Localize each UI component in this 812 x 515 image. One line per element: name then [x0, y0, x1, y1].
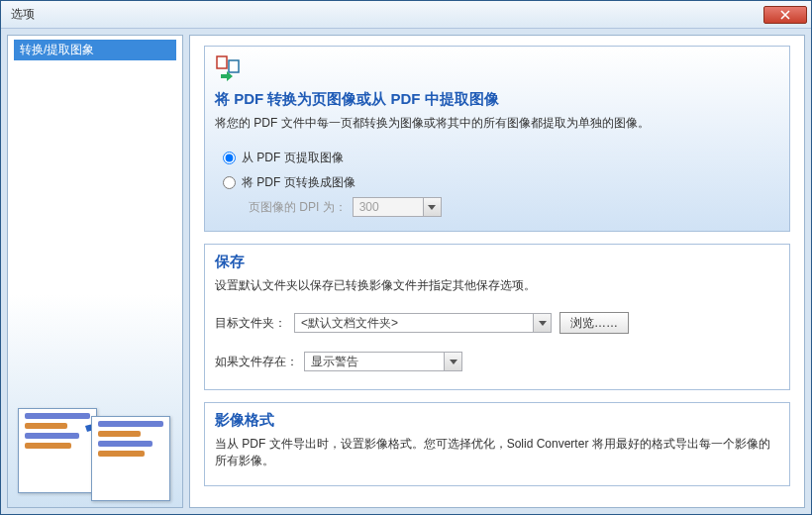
close-icon	[780, 10, 790, 20]
section3-desc: 当从 PDF 文件导出时，设置影像格式。您可选择优化，Solid Convert…	[215, 436, 779, 469]
section-save: 保存 设置默认文件夹以保存已转换影像文件并指定其他保存选项。 目标文件夹： <默…	[204, 244, 790, 390]
radio-row-convert[interactable]: 将 PDF 页转换成图像	[215, 170, 779, 195]
file-exists-dropdown[interactable]: 显示警告	[304, 352, 462, 371]
window-title: 选项	[5, 6, 763, 23]
sidebar-item-label: 转换/提取图象	[20, 43, 94, 56]
section1-title: 将 PDF 转换为页图像或从 PDF 中提取图像	[215, 90, 779, 109]
titlebar: 选项	[1, 1, 811, 29]
radio-row-extract[interactable]: 从 PDF 页提取图像	[215, 146, 779, 170]
section2-desc: 设置默认文件夹以保存已转换影像文件并指定其他保存选项。	[215, 277, 779, 294]
target-folder-value: <默认文档文件夹>	[295, 315, 533, 332]
target-folder-row: 目标文件夹： <默认文档文件夹> 浏览……	[215, 306, 779, 340]
dpi-row: 页图像的 DPI 为： 300	[215, 195, 779, 221]
file-exists-row: 如果文件存在： 显示警告	[215, 346, 779, 377]
dpi-label: 页图像的 DPI 为：	[249, 199, 347, 216]
browse-button-label: 浏览……	[570, 315, 618, 332]
convert-icon	[215, 54, 243, 82]
section-image-format: 影像格式 当从 PDF 文件导出时，设置影像格式。您可选择优化，Solid Co…	[204, 402, 790, 486]
svg-rect-1	[229, 60, 239, 72]
close-button[interactable]	[763, 6, 807, 24]
radio-extract[interactable]	[223, 152, 236, 164]
sidebar-item-convert-extract[interactable]: 转换/提取图象	[14, 40, 176, 60]
chevron-down-icon	[423, 198, 441, 216]
file-exists-label: 如果文件存在：	[215, 354, 304, 370]
radio-convert-label: 将 PDF 页转换成图像	[242, 174, 355, 191]
section-convert-extract: 将 PDF 转换为页图像或从 PDF 中提取图像 将您的 PDF 文件中每一页都…	[204, 46, 790, 232]
section3-title: 影像格式	[215, 411, 779, 430]
browse-button[interactable]: 浏览……	[559, 312, 629, 334]
chevron-down-icon	[444, 353, 461, 370]
radio-convert[interactable]	[223, 176, 236, 189]
section2-title: 保存	[215, 253, 779, 271]
sidebar: 转换/提取图象	[7, 35, 183, 508]
file-exists-value: 显示警告	[305, 354, 444, 370]
sidebar-illustration	[14, 402, 176, 501]
target-folder-label: 目标文件夹：	[215, 315, 294, 332]
section1-desc: 将您的 PDF 文件中每一页都转换为图像或将其中的所有图像都提取为单独的图像。	[215, 115, 779, 132]
dpi-value: 300	[354, 200, 423, 214]
content-panel: 将 PDF 转换为页图像或从 PDF 中提取图像 将您的 PDF 文件中每一页都…	[189, 35, 805, 508]
dpi-dropdown[interactable]: 300	[353, 197, 442, 217]
chevron-down-icon	[533, 314, 551, 332]
target-folder-dropdown[interactable]: <默认文档文件夹>	[294, 313, 552, 333]
radio-extract-label: 从 PDF 页提取图像	[242, 150, 344, 166]
svg-rect-0	[217, 56, 227, 68]
